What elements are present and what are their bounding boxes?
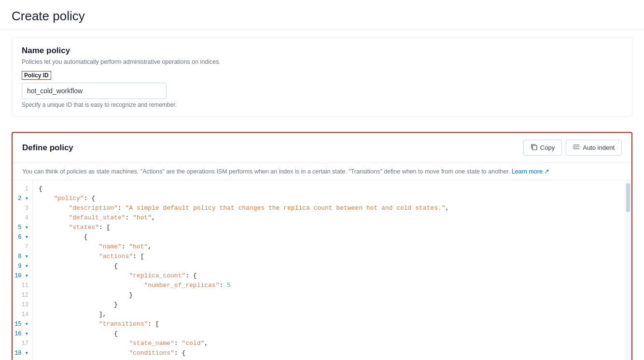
line-number: 13 (13, 300, 32, 310)
code-line: "replica_count": { (33, 271, 625, 281)
code-line: } (33, 290, 625, 300)
line-number: 2 ▾ (13, 194, 32, 203)
code-line: "policy": { (33, 194, 625, 203)
page-title: Create policy (0, 0, 644, 30)
policy-id-input[interactable] (22, 83, 167, 99)
name-policy-body: Policy ID Specify a unique ID that is ea… (12, 71, 632, 116)
line-number: 15 ▾ (13, 319, 32, 329)
code-line: { (33, 261, 625, 271)
copy-button[interactable]: Copy (523, 140, 562, 156)
code-line: ], (33, 310, 625, 319)
code-line: "min_index_age": "30d" (33, 358, 625, 360)
code-line: "description": "A simple default policy … (33, 203, 625, 213)
define-policy-title: Define policy (22, 143, 73, 153)
line-number: 18 ▾ (13, 348, 32, 358)
name-policy-header: Name policy Policies let you automatical… (12, 38, 632, 65)
auto-indent-label: Auto indent (583, 144, 615, 151)
header-buttons: Copy Auto indent (523, 140, 622, 156)
page-container: Create policy Name policy Policies let y… (0, 0, 644, 360)
name-policy-title: Name policy (22, 46, 622, 56)
line-number: 7 (13, 242, 32, 252)
line-number: 5 ▾ (13, 223, 32, 232)
line-number: 17 (13, 339, 32, 348)
line-numbers: 12 ▾345 ▾6 ▾78 ▾9 ▾10 ▾1112131415 ▾16 ▾1… (13, 180, 33, 360)
define-policy-info: You can think of policies as state machi… (13, 163, 631, 180)
name-policy-subtitle: Policies let you automatically perform a… (22, 58, 622, 65)
code-content[interactable]: { "policy": { "description": "A simple d… (33, 180, 625, 360)
line-number: 6 ▾ (13, 232, 32, 242)
policy-id-label: Policy ID (22, 71, 51, 80)
code-line: "default_state": "hot", (33, 213, 625, 223)
code-line: { (33, 184, 625, 194)
code-line: "state_name": "cold", (33, 339, 625, 348)
line-number: 14 (13, 310, 32, 319)
code-line: { (33, 232, 625, 242)
copy-label: Copy (540, 144, 555, 151)
code-line: "name": "hot", (33, 242, 625, 252)
line-number: 12 (13, 290, 32, 300)
external-link-icon: ↗ (544, 168, 549, 175)
code-line: "states": [ (33, 223, 625, 232)
line-number: 8 ▾ (13, 252, 32, 261)
line-number: 10 ▾ (13, 271, 32, 281)
line-number: 9 ▾ (13, 261, 32, 271)
line-number: 19 (13, 358, 32, 360)
line-number: 1 (13, 184, 32, 194)
code-line: "transitions": [ (33, 319, 625, 329)
policy-id-hint: Specify a unique ID that is easy to reco… (22, 101, 622, 108)
line-number: 4 (13, 213, 32, 223)
code-line: "conditions": { (33, 348, 625, 358)
code-line: "number_of_replicas": 5 (33, 281, 625, 290)
scrollbar-thumb[interactable] (626, 183, 630, 212)
scrollbar[interactable] (625, 180, 631, 360)
line-number: 3 (13, 203, 32, 213)
code-line: } (33, 300, 625, 310)
code-line: "actions": [ (33, 252, 625, 261)
indent-icon (573, 144, 580, 152)
code-editor: 12 ▾345 ▾6 ▾78 ▾9 ▾10 ▾1112131415 ▾16 ▾1… (13, 180, 631, 360)
svg-rect-0 (532, 145, 537, 150)
line-number: 11 (13, 281, 32, 290)
auto-indent-button[interactable]: Auto indent (566, 140, 622, 156)
define-policy-section: Define policy Copy (12, 132, 632, 360)
copy-icon (531, 144, 537, 152)
line-number: 16 ▾ (13, 329, 32, 339)
code-line: { (33, 329, 625, 339)
define-policy-header: Define policy Copy (13, 133, 631, 163)
name-policy-section: Name policy Policies let you automatical… (12, 38, 632, 116)
learn-more-link[interactable]: Learn more ↗ (512, 168, 549, 175)
